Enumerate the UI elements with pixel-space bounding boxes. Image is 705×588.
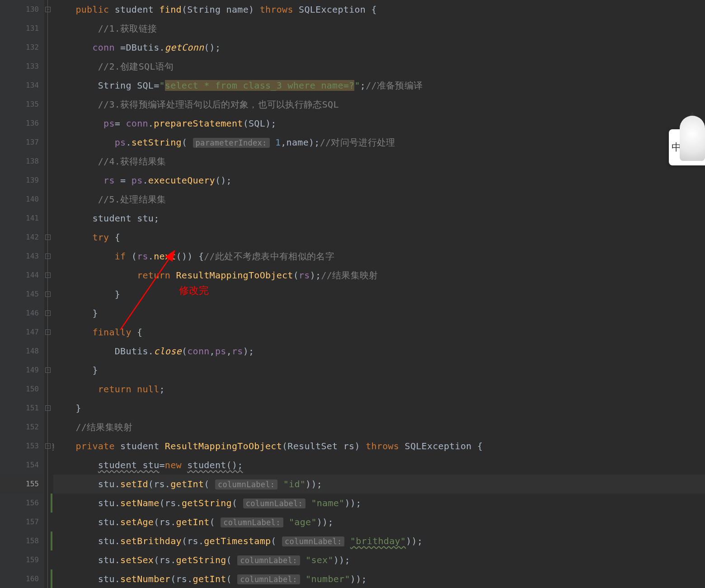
line-number[interactable]: 138 — [0, 152, 44, 171]
fold-marker-icon[interactable]: − — [45, 292, 51, 297]
code-line-current[interactable]: stu.setId(rs.getInt( columnLabel: "id"))… — [53, 475, 705, 494]
line-number[interactable]: 143 — [0, 247, 44, 266]
line-number[interactable]: 145 — [0, 285, 44, 304]
code-line[interactable]: } — [53, 399, 705, 418]
line-number[interactable]: 133 — [0, 57, 44, 76]
line-number[interactable]: 136 — [0, 114, 44, 133]
line-number[interactable]: 154 — [0, 456, 44, 475]
line-number[interactable]: 137 — [0, 133, 44, 152]
code-line[interactable]: ps= conn.prepareStatement(SQL); — [53, 114, 705, 133]
line-number[interactable]: 134 — [0, 76, 44, 95]
line-number[interactable]: 155 — [0, 475, 44, 494]
ime-indicator[interactable]: 中 — [669, 129, 705, 165]
change-marker — [51, 494, 52, 513]
line-number[interactable]: 146 — [0, 304, 44, 323]
code-line[interactable]: conn =DButis.getConn(); — [53, 38, 705, 57]
code-line[interactable]: return ResultMappingToObject(rs);//结果集映射 — [53, 266, 705, 285]
fold-marker-icon[interactable]: − — [45, 329, 51, 335]
code-line[interactable]: finally { — [53, 323, 705, 342]
code-line[interactable]: try { — [53, 228, 705, 247]
code-line[interactable]: stu.setSex(rs.getString( columnLabel: "s… — [53, 550, 705, 569]
fold-marker-icon[interactable]: − — [45, 405, 51, 411]
parameter-hint: columnLabel: — [215, 480, 277, 489]
line-number[interactable]: 149 — [0, 361, 44, 380]
line-number[interactable]: 148 — [0, 342, 44, 361]
code-line[interactable]: rs = ps.executeQuery(); — [53, 171, 705, 190]
fold-marker-icon[interactable]: − — [45, 273, 51, 278]
fold-marker-icon[interactable]: − — [45, 443, 51, 449]
code-line[interactable]: } — [53, 361, 705, 380]
line-number-gutter[interactable]: 1301311321331341351361371381391401411421… — [0, 0, 44, 588]
line-number[interactable]: 158 — [0, 532, 44, 550]
change-marker — [51, 532, 52, 550]
code-line[interactable]: DButis.close(conn,ps,rs); — [53, 342, 705, 361]
parameter-hint: columnLabel: — [282, 536, 344, 546]
ime-avatar-icon — [680, 116, 705, 161]
code-line[interactable]: //结果集映射 — [53, 418, 705, 437]
code-line[interactable]: stu.setName(rs.getString( columnLabel: "… — [53, 494, 705, 513]
fold-marker-icon[interactable]: − — [45, 235, 51, 240]
line-number[interactable]: 153@ — [0, 437, 44, 456]
line-number[interactable]: 132 — [0, 38, 44, 57]
code-line[interactable]: ps.setString( parameterIndex: 1,name);//… — [53, 133, 705, 152]
line-number[interactable]: 131 — [0, 19, 44, 38]
line-number[interactable]: 157 — [0, 513, 44, 532]
parameter-hint: columnLabel: — [237, 555, 300, 565]
parameter-hint: columnLabel: — [243, 499, 306, 508]
line-number[interactable]: 144 — [0, 266, 44, 285]
code-line[interactable]: //1.获取链接 — [53, 19, 705, 38]
fold-marker-icon[interactable]: − — [45, 367, 51, 373]
parameter-hint: columnLabel: — [221, 517, 283, 527]
change-marker — [51, 569, 52, 588]
fold-marker-icon[interactable]: − — [45, 310, 51, 316]
code-line[interactable]: //3.获得预编译处理语句以后的对象，也可以执行静态SQL — [53, 95, 705, 114]
code-text-area[interactable]: public student find(String name) throws … — [52, 0, 705, 588]
code-line[interactable]: stu.setBrithday(rs.getTimestamp( columnL… — [53, 532, 705, 550]
code-line[interactable]: public student find(String name) throws … — [53, 0, 705, 19]
code-line[interactable]: //4.获得结果集 — [53, 152, 705, 171]
line-number[interactable]: 160 — [0, 569, 44, 588]
line-number[interactable]: 159 — [0, 550, 44, 569]
code-editor[interactable]: 1301311321331341351361371381391401411421… — [0, 0, 705, 588]
parameter-hint: parameterIndex: — [193, 138, 270, 148]
line-number[interactable]: 152 — [0, 418, 44, 437]
code-line[interactable]: //2.创建SQL语句 — [53, 57, 705, 76]
fold-marker-icon[interactable]: − — [45, 7, 51, 12]
line-number[interactable]: 141 — [0, 209, 44, 228]
code-line[interactable]: } — [53, 285, 705, 304]
code-line[interactable]: String SQL="select * from class_3 where … — [53, 76, 705, 95]
line-number[interactable]: 135 — [0, 95, 44, 114]
code-line[interactable]: student stu; — [53, 209, 705, 228]
line-number[interactable]: 139 — [0, 171, 44, 190]
code-line[interactable]: return null; — [53, 380, 705, 399]
code-line[interactable]: private student ResultMappingToObject(Re… — [53, 437, 705, 456]
code-line[interactable]: } — [53, 304, 705, 323]
code-line[interactable]: stu.setNumber(rs.getInt( columnLabel: "n… — [53, 569, 705, 588]
code-line[interactable]: student stu=new student(); — [53, 456, 705, 475]
line-number[interactable]: 150 — [0, 380, 44, 399]
code-line[interactable]: stu.setAge(rs.getInt( columnLabel: "age"… — [53, 513, 705, 532]
line-number[interactable]: 140 — [0, 190, 44, 209]
line-number[interactable]: 130 — [0, 0, 44, 19]
line-number[interactable]: 147 — [0, 323, 44, 342]
line-number[interactable]: 151 — [0, 399, 44, 418]
line-number[interactable]: 142 — [0, 228, 44, 247]
code-line[interactable]: //5.处理结果集 — [53, 190, 705, 209]
fold-marker-icon[interactable]: − — [45, 254, 51, 259]
code-line[interactable]: if (rs.next()) {//此处不考虑表中有相似的名字 — [53, 247, 705, 266]
parameter-hint: columnLabel: — [237, 574, 300, 584]
line-number[interactable]: 156 — [0, 494, 44, 513]
